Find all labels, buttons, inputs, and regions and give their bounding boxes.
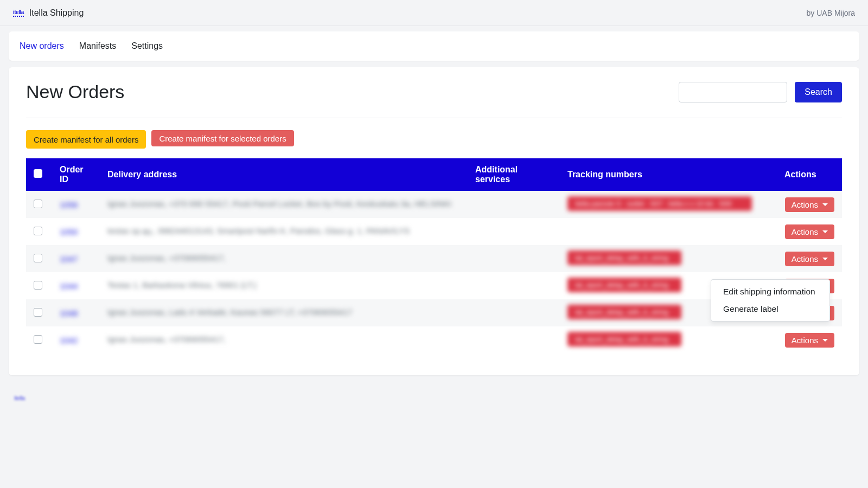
order-id-link[interactable]: 1050 (60, 227, 78, 236)
orders-table: Order ID Delivery address Additional ser… (26, 158, 842, 354)
caret-down-icon (822, 230, 828, 233)
byline: by UAB Mijora (807, 9, 855, 17)
order-id-link[interactable]: 1044 (60, 281, 78, 291)
row-checkbox[interactable] (34, 308, 42, 317)
page-title: New Orders (26, 81, 124, 102)
search-input[interactable] (679, 82, 787, 102)
tracking-badge: itella paciute S · outlet · S07 · itella… (567, 196, 752, 211)
actions-button[interactable]: Actions (785, 252, 834, 266)
main-card: New Orders Search Create manifest for al… (9, 67, 859, 375)
th-address: Delivery address (100, 158, 468, 191)
tracking-badge: lat_eport_delay_with_it_string (567, 305, 681, 319)
tracking-badge: lat_eport_delay_with_it_string (567, 278, 681, 292)
delivery-address: testas sp.ąų., 998244013143, Smartpost N… (107, 226, 410, 235)
app-topbar: itella Itella Shipping by UAB Mijora (0, 0, 868, 26)
additional-services (468, 245, 560, 272)
tab-manifests[interactable]: Manifests (79, 41, 116, 51)
caret-down-icon (822, 258, 828, 260)
delivery-address: Ignas Juozonas, +370 690 55417, Posti Pa… (107, 199, 451, 208)
footer-logo (14, 393, 28, 401)
select-all-checkbox[interactable] (34, 169, 42, 178)
dropdown-generate-label[interactable]: Generate label (711, 300, 829, 318)
search-button[interactable]: Search (795, 82, 842, 102)
additional-services (468, 191, 560, 218)
order-id-link[interactable]: 1047 (60, 254, 78, 264)
additional-services (468, 299, 560, 326)
actions-button-label: Actions (792, 254, 818, 264)
table-row: 1050testas sp.ąų., 998244013143, Smartpo… (26, 218, 842, 245)
order-id-link[interactable]: 1056 (60, 200, 78, 209)
tab-settings[interactable]: Settings (131, 41, 163, 51)
th-services: Additional services (468, 158, 560, 191)
row-checkbox[interactable] (34, 200, 42, 208)
row-checkbox[interactable] (34, 254, 42, 262)
create-manifest-selected-button[interactable]: Create manifest for selected orders (151, 130, 293, 146)
tracking-badge: lat_eport_delay_with_it_string (567, 251, 681, 265)
order-id-link[interactable]: 1048 (60, 309, 78, 318)
actions-dropdown: Edit shipping information Generate label (711, 279, 830, 322)
additional-services (468, 218, 560, 245)
app-title: Itella Shipping (29, 8, 84, 18)
th-actions: Actions (777, 158, 842, 191)
additional-services (468, 272, 560, 299)
delivery-address: Testas 1, Barkaskona Vilnius, 76901 (LT.… (107, 280, 257, 290)
th-tracking: Tracking numbers (560, 158, 777, 191)
actions-button-label: Actions (792, 200, 818, 209)
actions-button[interactable]: Actions (785, 197, 834, 212)
app-logo: itella (13, 9, 24, 17)
dropdown-edit-shipping[interactable]: Edit shipping information (711, 283, 829, 300)
tabs-card: New orders Manifests Settings (9, 31, 859, 61)
row-checkbox[interactable] (34, 335, 42, 344)
actions-button[interactable]: Actions (785, 224, 834, 239)
order-id-link[interactable]: 1042 (60, 336, 78, 345)
create-manifest-all-button[interactable]: Create manifest for all orders (26, 130, 146, 149)
actions-button-label: Actions (792, 227, 818, 236)
row-checkbox[interactable] (34, 281, 42, 290)
row-checkbox[interactable] (34, 227, 42, 235)
delivery-address: Ignas Juozonas, +37069055417, (107, 253, 226, 262)
tab-new-orders[interactable]: New orders (20, 41, 64, 51)
caret-down-icon (822, 339, 828, 342)
table-row: 1056Ignas Juozonas, +370 690 55417, Post… (26, 191, 842, 218)
delivery-address: Ignas Juozonas, +37069055417, (107, 335, 226, 344)
additional-services (468, 326, 560, 354)
table-row: 1042Ignas Juozonas, +37069055417,lat_epo… (26, 326, 842, 354)
actions-button-label: Actions (792, 336, 818, 345)
table-row: 1047Ignas Juozonas, +37069055417,lat_epo… (26, 245, 842, 272)
actions-button[interactable]: Actions (785, 333, 834, 348)
delivery-address: Ignas Juozonas, Ladu 4 Verkade, Kaunas 5… (107, 307, 352, 317)
th-order-id: Order ID (52, 158, 100, 191)
caret-down-icon (822, 203, 828, 206)
tracking-badge: lat_eport_delay_with_it_string (567, 332, 681, 346)
